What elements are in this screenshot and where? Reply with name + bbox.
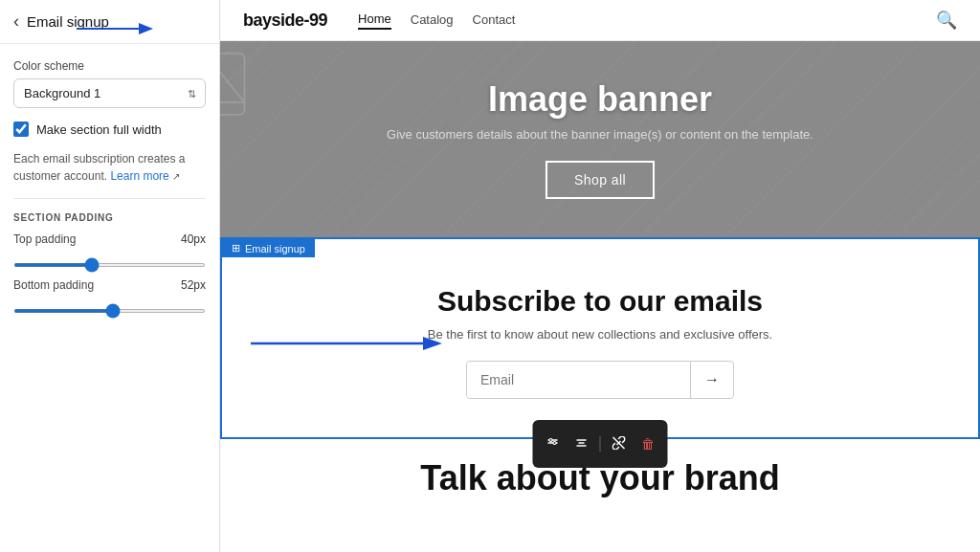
nav-contact[interactable]: Contact [473, 12, 516, 29]
bottom-padding-label: Bottom padding [13, 278, 94, 292]
email-input-row: → [466, 361, 734, 399]
top-padding-row: Top padding 40px [13, 232, 206, 246]
preview-area: Image banner Give customers details abou… [220, 41, 980, 552]
color-scheme-label: Color scheme [13, 59, 206, 73]
email-input[interactable] [467, 363, 690, 397]
toolbar-delete-button[interactable]: 🗑 [635, 432, 660, 455]
signup-title: Subscribe to our emails [245, 285, 955, 318]
learn-more-link[interactable]: Learn more [110, 169, 168, 183]
external-link-icon: ↗ [172, 171, 180, 182]
full-width-row: Make section full width [13, 121, 206, 137]
store-header: bayside-99 Home Catalog Contact 🔍 [220, 0, 980, 41]
section-padding-heading: SECTION PADDING [13, 212, 206, 223]
bottom-padding-row: Bottom padding 52px [13, 278, 206, 292]
brand-section-wrapper: 🗑 Talk about your brand [220, 439, 980, 518]
svg-rect-2 [220, 54, 244, 115]
banner-subtitle: Give customers details about the banner … [387, 127, 813, 142]
svg-point-11 [553, 441, 556, 444]
nav-home[interactable]: Home [358, 11, 391, 30]
color-scheme-select[interactable]: Background 1 Background 2 Inverse Accent… [13, 78, 206, 108]
color-scheme-select-wrapper[interactable]: Background 1 Background 2 Inverse Accent… [13, 78, 206, 108]
floating-toolbar: 🗑 [533, 420, 668, 468]
top-padding-slider-container [13, 254, 206, 271]
info-text: Each email subscription creates a custom… [13, 150, 206, 185]
bottom-padding-value: 52px [171, 278, 206, 292]
color-scheme-field: Color scheme Background 1 Background 2 I… [13, 59, 206, 108]
toolbar-align-button[interactable] [569, 432, 594, 456]
toolbar-separator [600, 436, 601, 452]
bottom-padding-slider[interactable] [13, 309, 206, 313]
toolbar-unlink-button[interactable] [607, 432, 632, 456]
svg-point-10 [549, 438, 552, 441]
settings-panel: ‹ Email signup Color scheme Background 1… [0, 0, 220, 552]
email-submit-button[interactable]: → [690, 362, 733, 398]
full-width-checkbox[interactable] [13, 121, 29, 137]
email-signup-section: ⊞ Email signup Subscribe to our emails B… [220, 237, 980, 439]
full-width-label[interactable]: Make section full width [36, 122, 162, 137]
store-name: bayside-99 [243, 11, 327, 31]
top-padding-slider[interactable] [13, 263, 206, 267]
image-banner: Image banner Give customers details abou… [220, 41, 980, 237]
signup-subtitle: Be the first to know about new collectio… [245, 327, 955, 342]
top-padding-value: 40px [171, 232, 206, 246]
email-signup-badge: ⊞ Email signup [222, 239, 315, 257]
back-arrow-icon[interactable]: ‹ [13, 11, 19, 32]
search-icon[interactable]: 🔍 [936, 10, 957, 31]
email-signup-badge-label: Email signup [245, 243, 305, 254]
grid-icon: ⊞ [232, 242, 240, 254]
nav-catalog[interactable]: Catalog [411, 12, 454, 29]
bottom-padding-slider-container [13, 299, 206, 317]
preview-panel: bayside-99 Home Catalog Contact 🔍 Image … [220, 0, 980, 552]
panel-header[interactable]: ‹ Email signup [0, 0, 219, 44]
banner-title: Image banner [488, 79, 712, 120]
store-nav: Home Catalog Contact [358, 11, 515, 30]
section-padding-group: SECTION PADDING Top padding 40px Bottom … [13, 198, 206, 324]
panel-title: Email signup [27, 13, 109, 30]
shop-all-button[interactable]: Shop all [546, 161, 655, 199]
panel-body: Color scheme Background 1 Background 2 I… [0, 44, 219, 340]
toolbar-settings-button[interactable] [541, 432, 566, 456]
top-padding-label: Top padding [13, 232, 76, 246]
